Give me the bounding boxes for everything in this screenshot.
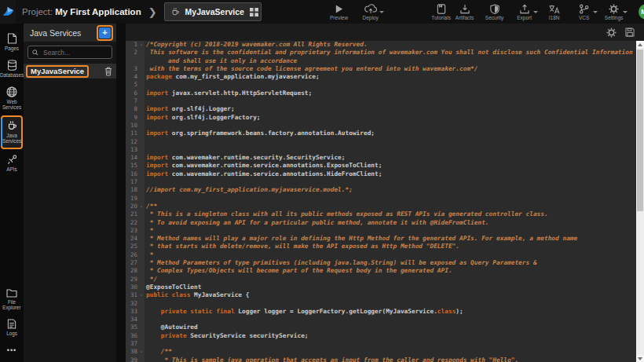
code-text[interactable]: //import com.my_first_application.myjava… <box>145 186 636 194</box>
code-line: 14import com.wavemaker.runtime.security.… <box>126 154 636 162</box>
code-text[interactable]: import org.springframework.beans.factory… <box>145 130 636 137</box>
code-text[interactable]: @ExposeToClient <box>145 283 636 291</box>
code-text[interactable]: * that starts with delete/remove, will m… <box>145 243 636 250</box>
code-line: 15import com.wavemaker.runtime.service.a… <box>126 162 636 170</box>
code-text[interactable] <box>145 316 636 324</box>
fold-gutter <box>138 49 145 65</box>
scroll-down-arrow-icon[interactable] <box>636 355 644 362</box>
code-editor[interactable]: 1-/*Copyright (c) 2018-2019 wavemaker.co… <box>126 41 636 362</box>
code-text[interactable]: * <box>145 251 636 259</box>
sidebar-item-databases[interactable]: Databases <box>1 57 23 82</box>
service-search[interactable] <box>27 46 112 59</box>
search-input[interactable] <box>42 48 108 57</box>
code-text[interactable] <box>145 97 636 105</box>
fold-marker[interactable]: - <box>138 203 145 210</box>
code-text[interactable] <box>145 81 636 89</box>
user-avatar[interactable]: MP <box>639 4 644 20</box>
fold-marker[interactable]: - <box>138 291 145 299</box>
sidebar-item-logs[interactable]: Logs <box>1 316 23 340</box>
add-service-highlight: + <box>97 25 113 41</box>
line-number: 34 <box>126 316 138 324</box>
scroll-up-arrow-icon[interactable] <box>636 41 644 48</box>
code-token: * <box>146 251 153 258</box>
code-text[interactable]: import com.wavemaker.runtime.security.Se… <box>145 154 636 162</box>
code-text[interactable]: import com.wavemaker.runtime.service.ann… <box>145 170 636 178</box>
line-number: 3 <box>126 65 138 73</box>
code-text[interactable]: */ <box>145 276 636 283</box>
code-text[interactable] <box>145 340 636 348</box>
service-name[interactable]: MyJavaService <box>26 65 89 78</box>
code-text[interactable]: with the terms of the source code licens… <box>145 65 636 73</box>
code-text[interactable]: private static final Logger logger = Log… <box>145 308 636 316</box>
code-token: org.slf4j.LoggerFactory; <box>168 114 260 121</box>
code-text[interactable]: package com.my_first_application.myjavas… <box>145 73 636 81</box>
code-line: 37 <box>126 340 636 348</box>
fold-marker[interactable]: - <box>138 41 145 49</box>
sidebar-item-web-services[interactable]: Web Services <box>1 83 23 114</box>
code-text[interactable]: * <box>145 227 636 235</box>
sidebar-item-apis[interactable]: APIs <box>1 151 23 176</box>
editor-settings-gear-icon[interactable] <box>606 27 617 38</box>
code-token: import <box>146 162 168 169</box>
deploy-button[interactable]: Deploy <box>359 4 382 20</box>
code-text[interactable] <box>145 195 636 203</box>
save-icon[interactable] <box>625 27 635 37</box>
grid-icon[interactable] <box>250 8 258 16</box>
code-text[interactable]: * To avoid exposing an API for a particu… <box>145 219 636 227</box>
wavemaker-logo-icon <box>0 4 16 20</box>
code-token: public class <box>146 291 190 298</box>
code-text[interactable]: /** <box>145 203 636 210</box>
code-text[interactable] <box>145 300 636 308</box>
code-text[interactable] <box>145 146 636 154</box>
code-text[interactable]: /** <box>145 348 636 356</box>
add-service-button[interactable]: + <box>99 27 111 38</box>
code-text[interactable] <box>145 122 636 130</box>
tutorials-button[interactable]: Tutorials <box>430 4 453 20</box>
scrollbar-thumb[interactable] <box>637 49 643 211</box>
code-text[interactable]: This software is the confidential and pr… <box>145 49 636 65</box>
code-text[interactable]: * Method names will play a major role in… <box>145 235 636 243</box>
sidebar-item-java-services[interactable]: Java Services <box>1 115 23 149</box>
editor-scrollbar[interactable] <box>636 41 644 362</box>
code-text[interactable] <box>145 138 636 146</box>
fold-gutter <box>138 81 145 89</box>
i18n-button[interactable]: I18N <box>543 4 566 20</box>
code-text[interactable]: import org.slf4j.LoggerFactory; <box>145 114 636 122</box>
security-button[interactable]: Security <box>483 4 507 20</box>
artifacts-button[interactable]: Artifacts <box>453 4 477 20</box>
fold-gutter <box>138 178 145 186</box>
code-text[interactable]: private SecurityService securityService; <box>145 332 636 340</box>
code-text[interactable]: * Method Parameters of type primitives (… <box>145 259 636 267</box>
preview-button[interactable]: Preview <box>327 4 351 20</box>
vcs-button[interactable]: VCS <box>573 4 596 20</box>
sidebar-label: APIs <box>6 166 16 172</box>
line-number: 1 <box>126 41 138 49</box>
fold-marker[interactable]: - <box>138 348 145 356</box>
sidebar-more-button[interactable]: ••• <box>7 346 16 354</box>
code-text[interactable] <box>145 178 636 186</box>
code-text[interactable]: public class MyJavaService { <box>145 291 636 299</box>
fold-gutter <box>138 219 145 227</box>
sidebar-item-file-explorer[interactable]: File Explorer <box>1 285 23 314</box>
code-text[interactable]: @Autowired <box>145 324 636 331</box>
code-token <box>146 357 164 362</box>
code-text[interactable]: import com.wavemaker.runtime.service.ann… <box>145 162 636 170</box>
code-text[interactable]: import org.slf4j.Logger; <box>145 105 636 113</box>
code-text[interactable]: * Complex Types/Objects will become part… <box>145 267 636 275</box>
trash-icon[interactable] <box>104 67 112 76</box>
wavemaker-logo[interactable] <box>0 0 16 24</box>
deploy-caret-icon <box>379 11 384 13</box>
settings-button[interactable]: Settings <box>602 4 626 20</box>
code-line: 31-public class MyJavaService { <box>126 291 636 299</box>
code-text[interactable]: * This is sample java operation that acc… <box>145 357 636 362</box>
tab-myjavaservice[interactable]: MyJavaService <box>164 2 262 21</box>
export-button[interactable]: Export <box>513 4 536 20</box>
code-text[interactable]: /*Copyright (c) 2018-2019 wavemaker.com … <box>145 41 636 49</box>
preview-label: Preview <box>330 15 348 20</box>
sidebar-item-pages[interactable]: Pages <box>1 30 23 55</box>
line-number: 21 <box>126 210 138 218</box>
code-text[interactable]: * This is a singleton class with all its… <box>145 210 636 218</box>
code-text[interactable]: import javax.servlet.http.HttpServletReq… <box>145 90 636 97</box>
code-line: 23 * <box>126 227 636 235</box>
service-list-item[interactable]: MyJavaService <box>24 64 116 79</box>
